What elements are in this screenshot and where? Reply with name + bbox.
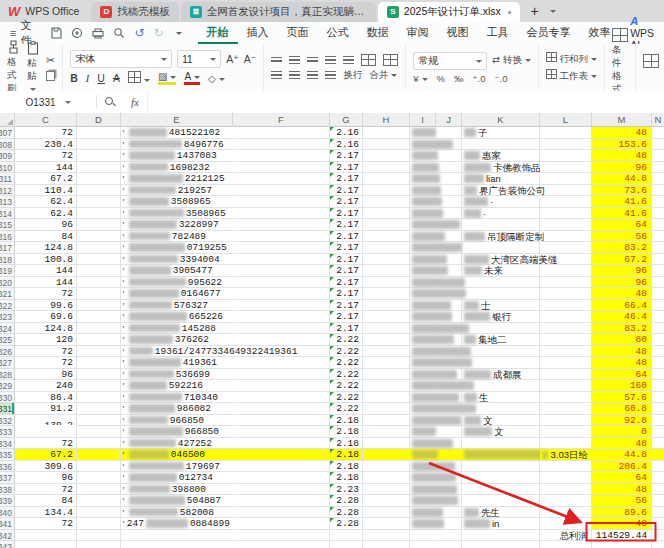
fx-icon[interactable]: fx (131, 96, 139, 108)
cell-G[interactable]: 2.17 (330, 150, 363, 162)
cell-G[interactable]: 2.18 (330, 438, 363, 450)
increase-font-button[interactable]: A⁺ (226, 53, 239, 65)
cell-F[interactable] (233, 541, 330, 548)
cell-C[interactable]: 124.8 (15, 242, 77, 254)
menu-tab-1[interactable]: 插入 (238, 22, 278, 44)
cell-G[interactable]: 2.17 (330, 242, 363, 254)
cell-E[interactable]: '3394004 (121, 254, 233, 266)
cell-E[interactable]: '419361 (121, 357, 233, 369)
cell-L[interactable] (540, 265, 592, 277)
cell-E[interactable]: '504887 (121, 495, 233, 507)
row-header-339[interactable]: 339 (0, 495, 15, 507)
cell-K[interactable] (462, 484, 540, 496)
cell-K[interactable]: 界广告装饰公司 (462, 185, 540, 197)
cell-G[interactable]: 2.22 (330, 403, 363, 415)
cell-H[interactable] (363, 185, 410, 197)
cell-E[interactable]: '427252 (121, 438, 233, 450)
cell-L[interactable] (540, 507, 592, 519)
cell-J[interactable] (436, 426, 462, 438)
cell-N[interactable] (652, 127, 664, 139)
cell-D[interactable] (77, 242, 121, 254)
cell-H[interactable] (363, 150, 410, 162)
row-header-340[interactable]: 340 (0, 507, 15, 519)
cell-L[interactable] (540, 288, 592, 300)
cell-E[interactable]: '145288 (121, 323, 233, 335)
cell-C[interactable]: 72 (15, 438, 77, 450)
cell-I[interactable] (410, 495, 436, 507)
cell-H[interactable] (363, 219, 410, 231)
cell-I[interactable] (410, 530, 436, 542)
align-center-icon[interactable] (289, 71, 300, 79)
cell-F[interactable] (233, 380, 330, 392)
justify-icon[interactable] (325, 71, 336, 79)
cell-H[interactable] (363, 495, 410, 507)
column-header-H[interactable]: H (363, 113, 410, 127)
borders-button[interactable] (128, 71, 150, 85)
cell-L[interactable] (540, 369, 592, 381)
menu-tab-6[interactable]: 视图 (438, 22, 478, 44)
cell-K[interactable] (462, 323, 540, 335)
cell-N[interactable] (652, 242, 664, 254)
cell-I[interactable] (410, 231, 436, 243)
cell-G[interactable]: 2.17 (330, 219, 363, 231)
cell-G[interactable]: 2.23 (330, 484, 363, 496)
cell-L[interactable] (540, 196, 592, 208)
cell-M-total[interactable]: 114529.44 (592, 530, 652, 542)
cell-L[interactable] (540, 392, 592, 404)
currency-button[interactable]: ¥ (413, 73, 427, 84)
cell-N[interactable] (652, 380, 664, 392)
cell-L[interactable] (540, 472, 592, 484)
cell-N[interactable] (652, 185, 664, 197)
document-tab-0[interactable]: D找稿壳模板 (91, 2, 179, 22)
cell-K[interactable] (462, 277, 540, 289)
cell-N[interactable] (652, 208, 664, 220)
cell-M[interactable]: 48 (592, 518, 652, 530)
cell-I[interactable] (410, 472, 436, 484)
cell-G[interactable]: 2.17 (330, 231, 363, 243)
column-header-C[interactable]: C (15, 113, 77, 127)
cell-F[interactable] (233, 530, 330, 542)
cell-K[interactable] (462, 357, 540, 369)
row-header-334[interactable]: 334 (0, 438, 15, 450)
print-icon[interactable] (92, 28, 104, 39)
bold-button[interactable]: B (70, 72, 78, 84)
cell-N[interactable] (652, 196, 664, 208)
cell-D[interactable] (77, 449, 121, 461)
row-header-336[interactable]: 336 (0, 461, 15, 473)
column-header-K[interactable]: K (462, 113, 540, 127)
row-header-312[interactable]: 312 (0, 185, 15, 197)
wrap-text-icon[interactable] (361, 54, 376, 66)
cell-F[interactable] (233, 150, 330, 162)
cell-C[interactable]: 99.6 (15, 300, 77, 312)
cell-H[interactable] (363, 265, 410, 277)
cell-D[interactable] (77, 254, 121, 266)
cell-H[interactable] (363, 277, 410, 289)
clear-format-button[interactable]: ◇ (208, 73, 225, 84)
cell-G[interactable]: 2.17 (330, 254, 363, 266)
cell-J[interactable] (436, 541, 462, 548)
cell-G[interactable] (330, 530, 363, 542)
cell-D[interactable] (77, 438, 121, 450)
cell-N[interactable] (652, 139, 664, 151)
document-tab-2[interactable]: S2025年设计订单.xlsx• (378, 2, 521, 22)
cell-D[interactable] (77, 139, 121, 151)
cell-G[interactable]: 2.16 (330, 139, 363, 151)
convert-button[interactable]: ⇄ 转换 (492, 54, 531, 67)
cell-L[interactable] (540, 518, 592, 530)
cell-H[interactable] (363, 518, 410, 530)
cell-K[interactable] (462, 472, 540, 484)
cell-D[interactable] (77, 403, 121, 415)
cell-M[interactable]: 83.2 (592, 323, 652, 335)
menu-tab-3[interactable]: 公式 (318, 22, 358, 44)
cell-G[interactable]: 2.22 (330, 357, 363, 369)
cell-C[interactable]: 72 (15, 484, 77, 496)
cell-C[interactable]: 124.8 (15, 323, 77, 335)
cell-M[interactable]: 41.6 (592, 196, 652, 208)
column-header-F[interactable]: F (233, 113, 330, 127)
tab-list-chevron-icon[interactable] (550, 10, 556, 16)
cell-I[interactable] (410, 323, 436, 335)
underline-button[interactable]: U (97, 72, 105, 84)
cell-E[interactable]: '0164677 (121, 288, 233, 300)
cell-N[interactable] (652, 288, 664, 300)
cell-L[interactable] (540, 346, 592, 358)
